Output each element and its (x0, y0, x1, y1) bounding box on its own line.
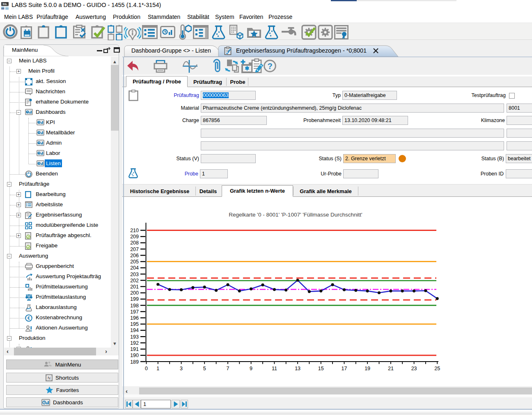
svg-text:201: 201 (130, 284, 139, 290)
svg-text:196: 196 (130, 315, 139, 321)
svg-text:200: 200 (130, 290, 139, 296)
svg-text:208: 208 (130, 240, 139, 246)
svg-text:9: 9 (250, 366, 252, 371)
svg-text:19: 19 (365, 366, 370, 371)
svg-text:N: N (48, 375, 51, 380)
svg-text:7: 7 (227, 366, 229, 371)
svg-text:1: 1 (156, 366, 159, 371)
svg-text:5: 5 (203, 366, 206, 371)
svg-text:205: 205 (130, 259, 139, 265)
svg-text:192: 192 (130, 340, 139, 346)
svg-text:193: 193 (130, 334, 139, 340)
svg-text:206: 206 (130, 253, 139, 258)
svg-text:204: 204 (130, 265, 139, 271)
svg-text:198: 198 (130, 303, 139, 309)
svg-text:209: 209 (130, 234, 139, 240)
svg-text:3: 3 (180, 366, 183, 371)
svg-text:€: € (28, 316, 30, 320)
svg-text:11: 11 (272, 366, 277, 371)
svg-text:197: 197 (130, 309, 139, 315)
svg-text:13: 13 (295, 366, 300, 371)
svg-text:210: 210 (130, 228, 139, 233)
svg-text:195: 195 (130, 321, 139, 327)
svg-text:lco.: lco. (2, 2, 7, 5)
svg-text:203: 203 (130, 272, 139, 277)
svg-text:23: 23 (411, 366, 417, 371)
svg-text:202: 202 (130, 278, 139, 284)
svg-text:199: 199 (130, 296, 139, 302)
svg-text:190: 190 (130, 353, 139, 358)
svg-text:Regelkarte '0 - 8001' 'P-1007': Regelkarte '0 - 8001' 'P-1007' 'Füllmass… (229, 212, 362, 218)
svg-text:0: 0 (145, 366, 148, 371)
svg-text:?: ? (267, 62, 272, 71)
svg-text:191: 191 (130, 346, 139, 352)
svg-text:207: 207 (130, 247, 139, 252)
svg-text:17: 17 (342, 366, 347, 371)
svg-text:194: 194 (130, 327, 139, 333)
svg-text:21: 21 (388, 366, 394, 371)
svg-text:189: 189 (130, 359, 139, 365)
svg-text:25: 25 (434, 366, 440, 371)
svg-text:15: 15 (318, 366, 324, 371)
